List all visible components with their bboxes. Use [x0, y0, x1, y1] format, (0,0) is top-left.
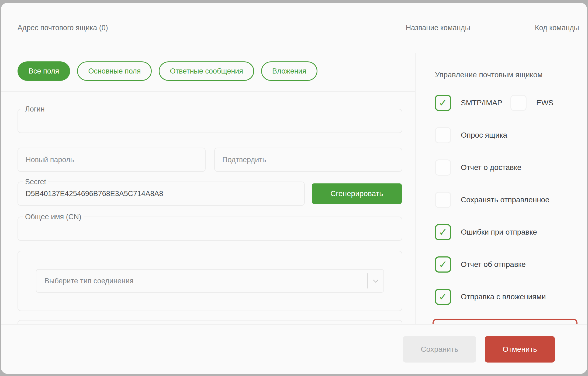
password-row: [18, 148, 402, 172]
secret-row: Secret Сгенерировать: [18, 182, 402, 206]
secret-field-wrapper: Secret: [18, 182, 305, 206]
ews-checkbox[interactable]: [510, 95, 527, 111]
dialog-content: Все поля Основные поля Ответные сообщени…: [1, 53, 587, 324]
panel-title: Управление почтовым ящиком: [435, 71, 576, 79]
protocol-row: ✓ SMTP/IMAP EWS: [435, 94, 576, 112]
check-icon: ✓: [439, 259, 447, 270]
common-name-field-wrapper: Общее имя (CN): [18, 217, 402, 241]
tab-main-fields[interactable]: Основные поля: [77, 61, 152, 81]
secret-label: Secret: [23, 178, 48, 186]
confirm-password-input[interactable]: [215, 148, 402, 171]
cancel-button[interactable]: Отменить: [485, 336, 555, 363]
save-button[interactable]: Сохранить: [403, 336, 476, 363]
send-errors-row: ✓ Ошибки при отправке: [435, 224, 576, 241]
mailbox-form: Логин Secret Сгенерирова: [1, 92, 415, 324]
common-name-label: Общее имя (CN): [23, 213, 84, 221]
delivery-report-checkbox[interactable]: [435, 159, 451, 176]
send-errors-checkbox[interactable]: ✓: [435, 224, 451, 240]
delivery-report-row: Отчет о доставке: [435, 159, 576, 176]
mailbox-address-label: Адрес почтового ящика (0): [18, 24, 108, 32]
send-report-row: ✓ Отчет об отправке: [435, 256, 576, 273]
send-attachments-label: Отправка с вложениями: [461, 293, 546, 301]
send-report-checkbox[interactable]: ✓: [435, 256, 451, 273]
send-attachments-checkbox[interactable]: ✓: [435, 289, 451, 305]
login-label: Логин: [23, 105, 47, 113]
team-name-label: Название команды: [406, 24, 470, 32]
tab-all-fields[interactable]: Все поля: [18, 61, 70, 81]
connection-type-placeholder: Выберите тип соединения: [36, 277, 367, 285]
poll-mailbox-row: Опрос ящика: [435, 127, 576, 144]
form-column: Все поля Основные поля Ответные сообщени…: [1, 53, 416, 324]
dialog-header: Адрес почтового ящика (0) Название коман…: [1, 3, 587, 53]
delivery-report-label: Отчет о доставке: [461, 163, 521, 172]
secret-input[interactable]: [18, 182, 304, 205]
generate-secret-button[interactable]: Сгенерировать: [312, 183, 402, 204]
confirm-password-field-wrapper: [214, 148, 402, 172]
tab-reply-messages[interactable]: Ответные сообщения: [159, 61, 254, 81]
tab-attachments[interactable]: Вложения: [261, 61, 317, 81]
poll-mailbox-checkbox[interactable]: [435, 127, 451, 143]
chevron-down-icon: [368, 279, 383, 283]
team-code-label: Код команды: [535, 24, 579, 32]
check-icon: ✓: [439, 226, 447, 238]
send-attachments-row: ✓ Отправка с вложениями: [435, 288, 576, 305]
save-sent-row: Сохранять отправленное: [435, 191, 576, 208]
connection-section: Выберите тип соединения: [18, 251, 402, 311]
send-report-label: Отчет об отправке: [461, 260, 526, 269]
check-icon: ✓: [439, 97, 447, 109]
save-sent-checkbox[interactable]: [435, 192, 451, 208]
ews-group: EWS: [510, 95, 554, 111]
new-password-input[interactable]: [18, 148, 205, 171]
field-filter-tabs: Все поля Основные поля Ответные сообщени…: [1, 53, 415, 92]
dialog-footer: Сохранить Отменить: [1, 324, 587, 374]
new-password-field-wrapper: [18, 148, 206, 172]
save-sent-label: Сохранять отправленное: [461, 196, 549, 204]
smtp-imap-checkbox[interactable]: ✓: [435, 95, 451, 111]
login-field-wrapper: Логин: [18, 109, 402, 133]
ews-label: EWS: [536, 99, 554, 107]
check-icon: ✓: [439, 291, 447, 303]
login-input[interactable]: [18, 109, 402, 133]
send-errors-label: Ошибки при отправке: [461, 228, 537, 236]
poll-mailbox-label: Опрос ящика: [461, 131, 507, 140]
clipped-bottom-field: [18, 320, 402, 324]
mailbox-settings-dialog: Адрес почтового ящика (0) Название коман…: [1, 3, 587, 374]
connection-type-select[interactable]: Выберите тип соединения: [36, 269, 384, 293]
smtp-imap-group: ✓ SMTP/IMAP: [435, 95, 502, 111]
smtp-imap-label: SMTP/IMAP: [461, 99, 502, 107]
mailbox-management-panel: Управление почтовым ящиком ✓ SMTP/IMAP E…: [416, 53, 587, 324]
clipped-danger-element: [433, 319, 577, 324]
